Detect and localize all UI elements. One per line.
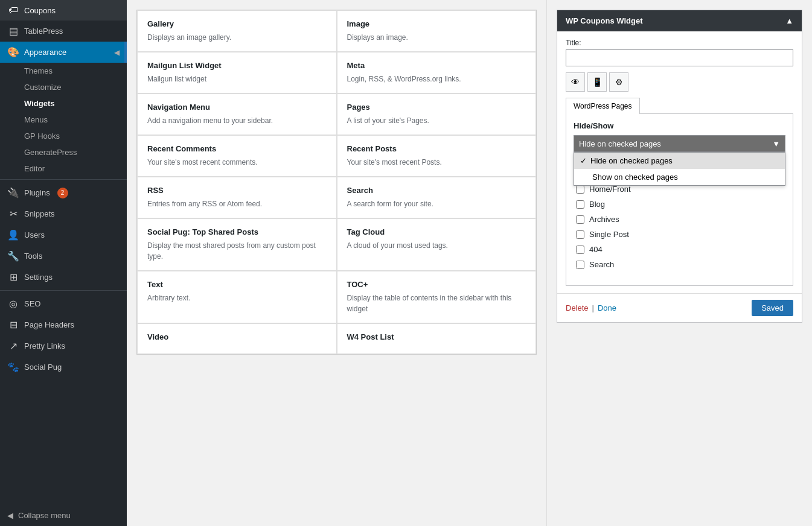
sidebar-item-coupons[interactable]: 🏷 Coupons bbox=[0, 0, 127, 21]
sidebar-sub-menus[interactable]: Menus bbox=[0, 112, 127, 128]
sidebar-label-coupons: Coupons bbox=[24, 6, 56, 15]
sidebar-label-page-headers: Page Headers bbox=[24, 320, 74, 329]
widget-collapse-icon[interactable]: ▲ bbox=[785, 16, 793, 25]
widget-list: Gallery Displays an image gallery. Image… bbox=[127, 0, 546, 526]
title-input[interactable] bbox=[566, 49, 793, 66]
dropdown-selected[interactable]: Hide on checked pages ▼ bbox=[574, 135, 785, 152]
sidebar-item-appearance[interactable]: 🎨 Appearance ◀ bbox=[0, 42, 127, 63]
sidebar-item-tools[interactable]: 🔧 Tools bbox=[0, 246, 127, 267]
pretty-links-icon: ↗ bbox=[7, 340, 19, 352]
eye-icon[interactable]: 👁 bbox=[566, 72, 585, 92]
sidebar-sub-editor[interactable]: Editor bbox=[0, 160, 127, 177]
dropdown-option-show[interactable]: Show on checked pages bbox=[574, 169, 785, 185]
list-item[interactable]: Pages A list of your site's Pages. bbox=[337, 93, 537, 135]
widget-title-navigation-menu: Navigation Menu bbox=[147, 103, 327, 112]
checkbox-single-post-input[interactable] bbox=[576, 230, 584, 239]
widget-desc: Mailgun list widget bbox=[147, 74, 327, 84]
widget-title-recent-posts: Recent Posts bbox=[347, 144, 526, 153]
widget-title: Tag Cloud bbox=[347, 227, 526, 236]
checkbox-single-post[interactable]: Single Post bbox=[574, 227, 785, 242]
widget-title: Social Pug: Top Shared Posts bbox=[147, 227, 327, 236]
option-label: Hide on checked pages bbox=[590, 156, 673, 165]
list-item[interactable]: TOC+ Display the table of contents in th… bbox=[337, 271, 537, 323]
sidebar-label-pretty-links: Pretty Links bbox=[24, 341, 65, 350]
widget-title-text: Text bbox=[147, 280, 327, 289]
collapse-menu[interactable]: ◀ Collapse menu bbox=[0, 505, 127, 526]
hide-show-dropdown[interactable]: Hide on checked pages ▼ ✓ Hide on checke… bbox=[574, 135, 785, 152]
sidebar-sub-themes[interactable]: Themes bbox=[0, 63, 127, 79]
dropdown-option-hide[interactable]: ✓ Hide on checked pages bbox=[574, 153, 785, 169]
checkbox-404-input[interactable] bbox=[576, 246, 584, 254]
sidebar-item-settings[interactable]: ⊞ Settings bbox=[0, 267, 127, 288]
list-item[interactable]: Gallery Displays an image gallery. bbox=[137, 10, 337, 52]
checkbox-label: Single Post bbox=[589, 230, 629, 239]
sidebar-item-users[interactable]: 👤 Users bbox=[0, 224, 127, 246]
appearance-icon: 🎨 bbox=[7, 46, 19, 58]
sidebar-item-page-headers[interactable]: ⊟ Page Headers bbox=[0, 314, 127, 335]
widget-desc: A list of your site's Pages. bbox=[347, 115, 526, 126]
widget-title: Recent Comments bbox=[147, 144, 327, 153]
list-item[interactable]: Navigation Menu Add a navigation menu to… bbox=[137, 93, 337, 135]
widget-title: Image bbox=[347, 19, 526, 28]
list-item[interactable]: Mailgun List Widget Mailgun list widget bbox=[137, 52, 337, 93]
checkbox-search[interactable]: Search bbox=[574, 257, 785, 272]
checkbox-archives-input[interactable] bbox=[576, 215, 584, 224]
sidebar-sub-widgets[interactable]: Widgets bbox=[0, 95, 127, 112]
checkbox-blog[interactable]: Blog bbox=[574, 197, 785, 212]
list-item[interactable]: Search A search form for your site. bbox=[337, 177, 537, 218]
list-item[interactable]: Video bbox=[137, 323, 337, 354]
sidebar-item-seo[interactable]: ◎ SEO bbox=[0, 293, 127, 314]
seo-icon: ◎ bbox=[7, 298, 19, 309]
sidebar-item-pretty-links[interactable]: ↗ Pretty Links bbox=[0, 335, 127, 356]
list-item[interactable]: Recent Posts Your site's most recent Pos… bbox=[337, 135, 537, 177]
sidebar-item-social-pug[interactable]: 🐾 Social Pug bbox=[0, 356, 127, 378]
sidebar-label-social-pug: Social Pug bbox=[24, 363, 62, 372]
sidebar-sub-gp-hooks[interactable]: GP Hooks bbox=[0, 128, 127, 144]
social-pug-icon: 🐾 bbox=[7, 361, 19, 373]
tablepress-icon: ▤ bbox=[7, 25, 19, 37]
checkbox-archives[interactable]: Archives bbox=[574, 212, 785, 227]
list-item[interactable]: RSS Entries from any RSS or Atom feed. bbox=[137, 177, 337, 218]
checkbox-404[interactable]: 404 bbox=[574, 242, 785, 257]
coupons-icon: 🏷 bbox=[7, 5, 19, 16]
sidebar-label-tablepress: TablePress bbox=[24, 27, 63, 36]
mobile-icon[interactable]: 📱 bbox=[587, 72, 607, 92]
list-item[interactable]: Tag Cloud A cloud of your most used tags… bbox=[337, 218, 537, 271]
sidebar-label-snippets: Snippets bbox=[24, 209, 55, 218]
link-separator: | bbox=[592, 303, 594, 312]
widget-footer: Delete | Done Saved bbox=[557, 293, 802, 322]
done-link[interactable]: Done bbox=[598, 303, 616, 312]
sidebar-item-plugins[interactable]: 🔌 Plugins 2 bbox=[0, 182, 127, 203]
sidebar-label-plugins: Plugins bbox=[24, 188, 50, 197]
sidebar-label-users: Users bbox=[24, 230, 45, 239]
gear-icon[interactable]: ⚙ bbox=[609, 72, 628, 92]
delete-link[interactable]: Delete bbox=[566, 303, 589, 312]
list-item[interactable]: W4 Post List bbox=[337, 323, 537, 354]
widget-title: Pages bbox=[347, 103, 526, 112]
list-item[interactable]: Recent Comments Your site's most recent … bbox=[137, 135, 337, 177]
wordpress-pages-tab[interactable]: WordPress Pages bbox=[566, 98, 640, 114]
list-item[interactable]: Social Pug: Top Shared Posts Display the… bbox=[137, 218, 337, 271]
sidebar-label-seo: SEO bbox=[24, 299, 40, 308]
widget-header-title: WP Coupons Widget bbox=[566, 16, 642, 25]
list-item[interactable]: Text Arbitrary text. bbox=[137, 271, 337, 323]
checkbox-label: 404 bbox=[589, 245, 603, 254]
widget-desc: Add a navigation menu to your sidebar. bbox=[147, 115, 327, 126]
checkmark-icon: ✓ bbox=[580, 156, 587, 165]
checkbox-blog-input[interactable] bbox=[576, 200, 584, 209]
sidebar-sub-generatepress[interactable]: GeneratePress bbox=[0, 144, 127, 160]
checkbox-search-input[interactable] bbox=[576, 261, 584, 269]
checkbox-home-front-input[interactable] bbox=[576, 185, 584, 194]
widget-desc: Arbitrary text. bbox=[147, 293, 327, 303]
sidebar-item-snippets[interactable]: ✂ Snippets bbox=[0, 203, 127, 224]
sidebar-item-tablepress[interactable]: ▤ TablePress bbox=[0, 21, 127, 42]
list-item[interactable]: Meta Login, RSS, & WordPress.org links. bbox=[337, 52, 537, 93]
dropdown-arrow: ▼ bbox=[772, 139, 780, 148]
users-icon: 👤 bbox=[7, 229, 19, 241]
saved-button[interactable]: Saved bbox=[752, 300, 793, 316]
checkbox-label: Archives bbox=[589, 215, 619, 224]
content-wrapper: Gallery Displays an image gallery. Image… bbox=[127, 0, 812, 526]
list-item[interactable]: Image Displays an image. bbox=[337, 10, 537, 52]
widget-desc: Your site's most recent Posts. bbox=[347, 157, 526, 168]
sidebar-sub-customize[interactable]: Customize bbox=[0, 79, 127, 95]
